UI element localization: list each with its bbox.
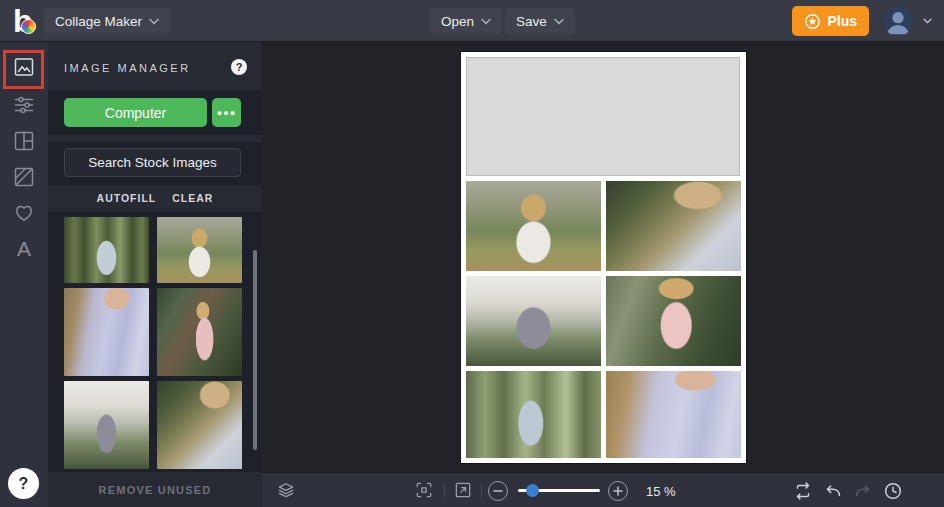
collage-photo[interactable]: [466, 276, 601, 366]
layers-button[interactable]: [276, 480, 296, 500]
thumbnail-image[interactable]: [157, 217, 242, 283]
save-button[interactable]: Save: [505, 8, 575, 34]
remove-unused-button[interactable]: REMOVE UNUSED: [99, 484, 212, 496]
collage-photo[interactable]: [606, 181, 741, 271]
zoom-slider[interactable]: [518, 489, 600, 492]
top-bar: b Collage Maker Open Save Plus: [0, 0, 944, 42]
computer-upload-button[interactable]: Computer: [64, 98, 207, 127]
sidebar-item-text[interactable]: A: [12, 237, 36, 261]
computer-label: Computer: [105, 105, 166, 121]
resize-arrow-icon: [453, 480, 473, 500]
text-tool-icon: A: [12, 237, 36, 261]
undo-button[interactable]: [822, 480, 844, 500]
app-menu-label: Collage Maker: [55, 14, 142, 29]
fit-to-screen-button[interactable]: [414, 480, 434, 500]
collage-maker-app: b Collage Maker Open Save Plus: [0, 0, 944, 507]
undo-icon: [822, 480, 844, 502]
search-stock-label: Search Stock Images: [88, 155, 216, 170]
thumbnail-image[interactable]: [157, 381, 242, 469]
color-wheel-icon: [21, 19, 36, 34]
clock-icon: [882, 480, 904, 502]
panel-help-button[interactable]: ?: [231, 59, 247, 75]
thumbnail-area: [48, 212, 262, 472]
chevron-down-icon: [149, 18, 159, 25]
sidebar-item-backgrounds[interactable]: [12, 165, 36, 189]
more-sources-button[interactable]: ●●●: [212, 98, 241, 127]
zoom-slider-thumb[interactable]: [526, 484, 539, 497]
plus-upgrade-button[interactable]: Plus: [792, 6, 869, 36]
search-stock-images-button[interactable]: Search Stock Images: [64, 148, 241, 177]
save-label: Save: [516, 14, 547, 29]
avatar-silhouette: [883, 6, 913, 36]
avatar-chevron-down-icon[interactable]: [923, 18, 932, 24]
help-label: ?: [19, 475, 29, 493]
empty-image-slot[interactable]: [466, 57, 740, 176]
layers-icon: [276, 480, 296, 500]
panel-title: IMAGE MANAGER: [64, 62, 191, 74]
swap-images-button[interactable]: [792, 480, 814, 500]
zoom-in-button[interactable]: [608, 481, 628, 501]
thumbnail-image[interactable]: [64, 288, 149, 376]
chevron-down-icon: [481, 18, 491, 25]
collage-photo[interactable]: [606, 371, 741, 458]
thumbnail-image[interactable]: [64, 381, 149, 469]
sidebar-item-layouts[interactable]: [12, 129, 36, 153]
swap-arrows-icon: [792, 480, 814, 502]
divider: [444, 483, 445, 498]
collage-photo[interactable]: [466, 371, 601, 458]
thumbnail-image[interactable]: [64, 217, 149, 283]
resize-canvas-button[interactable]: [453, 480, 473, 500]
panel-help-label: ?: [236, 61, 243, 73]
app-menu-button[interactable]: Collage Maker: [44, 8, 170, 34]
bottom-toolbar: 15 %: [262, 472, 944, 507]
zoom-percentage: 15 %: [646, 484, 676, 499]
photo-icon: [12, 55, 36, 79]
history-button[interactable]: [882, 480, 904, 500]
collage-grid: [466, 181, 741, 458]
zoom-out-button[interactable]: [488, 481, 508, 501]
autofill-button[interactable]: AUTOFILL: [97, 192, 157, 204]
open-label: Open: [441, 14, 474, 29]
redo-button[interactable]: [852, 480, 874, 500]
collage-photo[interactable]: [606, 276, 741, 366]
image-manager-panel: IMAGE MANAGER ? Computer ●●● Search Stoc…: [48, 42, 262, 507]
befunky-logo[interactable]: b: [13, 4, 41, 38]
collage-photo[interactable]: [466, 181, 601, 271]
canvas-area[interactable]: [262, 42, 944, 472]
background-pattern-icon: [12, 165, 36, 189]
star-badge-icon: [804, 13, 821, 30]
minus-icon: [493, 486, 503, 496]
open-button[interactable]: Open: [430, 8, 502, 34]
plus-label: Plus: [827, 13, 857, 29]
help-button[interactable]: ?: [8, 468, 39, 499]
divider: [481, 483, 482, 498]
fit-to-screen-icon: [414, 480, 434, 500]
collage-page[interactable]: [461, 52, 746, 463]
clear-button[interactable]: CLEAR: [172, 192, 213, 204]
sidebar-item-edit-adjust[interactable]: [12, 93, 36, 117]
collage-layout-icon: [12, 129, 36, 153]
more-dots-icon: ●●●: [217, 108, 236, 118]
thumbnail-image[interactable]: [157, 288, 242, 376]
user-avatar[interactable]: [883, 6, 913, 36]
sidebar-item-image-manager[interactable]: [12, 55, 36, 79]
panel-scrollbar[interactable]: [253, 250, 257, 450]
thumb-actions-row: AUTOFILL CLEAR: [48, 192, 262, 204]
redo-icon: [852, 480, 874, 502]
chevron-down-icon: [554, 18, 564, 25]
tool-rail: A ?: [0, 42, 48, 507]
sidebar-item-graphics[interactable]: [12, 201, 36, 225]
plus-icon: [613, 486, 623, 496]
thumbnail-grid: [64, 217, 242, 469]
history-controls: [792, 480, 904, 500]
sliders-icon: [12, 93, 36, 117]
heart-icon: [12, 201, 36, 225]
panel-bottom-bar: REMOVE UNUSED: [48, 472, 262, 507]
